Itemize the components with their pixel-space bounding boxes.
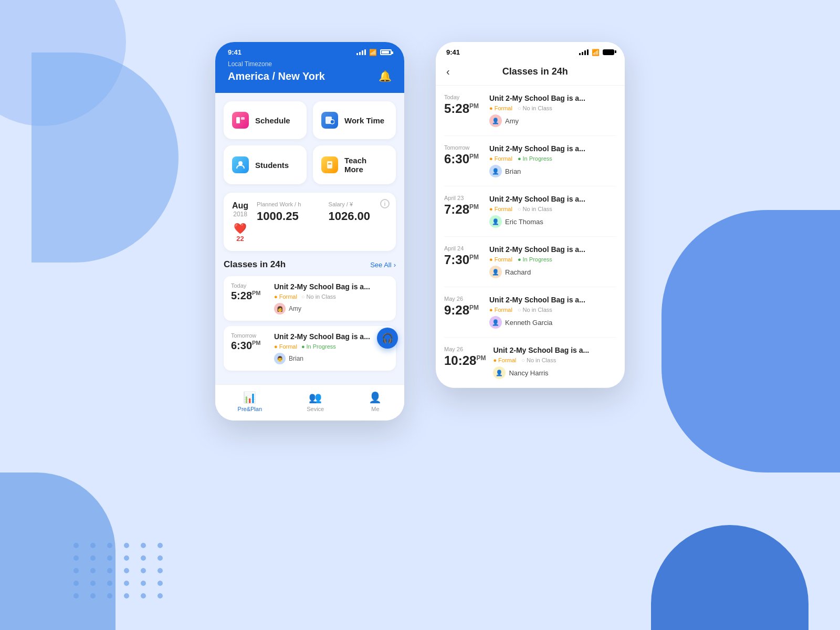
stats-numbers: Planned Work / h 1000.25 Salary / ¥ 1026… xyxy=(257,201,387,223)
heart-icon: ❤️ xyxy=(234,222,247,235)
teacher-name-right-0: Amy xyxy=(505,117,519,125)
class-item-right-2[interactable]: April 23 7:28PM Unit 2-My School Bag is … xyxy=(444,186,616,237)
class-info-0: Unit 2-My School Bag is a... Formal No i… xyxy=(274,282,388,314)
day-right-5: May 26 xyxy=(444,346,486,352)
day-right-4: May 26 xyxy=(444,296,482,302)
day-right-3: April 24 xyxy=(444,245,482,251)
teacher-right-1: 👤 Brian xyxy=(489,165,616,177)
avatar-right-4: 👤 xyxy=(489,316,502,329)
class-item-right-4[interactable]: May 26 9:28PM Unit 2-My School Bag is a.… xyxy=(444,287,616,338)
avatar-right-1: 👤 xyxy=(489,165,502,177)
status-icons-left: 📶 xyxy=(356,49,392,56)
info-right-4: Unit 2-My School Bag is a... ● Formal ○ … xyxy=(489,296,616,329)
time-right-0: 5:28PM xyxy=(444,101,482,116)
teacher-right-2: 👤 Eric Thomas xyxy=(489,215,616,228)
nav-label-service: Sevice xyxy=(307,406,324,412)
avatar-right-5: 👤 xyxy=(493,366,506,379)
class-item-right-0[interactable]: Today 5:28PM Unit 2-My School Bag is a..… xyxy=(444,86,616,136)
class-unit-1: Unit 2-My School Bag is a... xyxy=(274,332,388,341)
class-item-right-1[interactable]: Tomorrow 6:30PM Unit 2-My School Bag is … xyxy=(444,136,616,186)
schedule-label: Schedule xyxy=(255,116,290,125)
class-item-right-5[interactable]: May 26 10:28PM Unit 2-My School Bag is a… xyxy=(444,338,616,388)
wifi-icon-left: 📶 xyxy=(369,49,377,56)
nav-icon-pre-plan: 📊 xyxy=(243,391,256,404)
tags-right-0: ● Formal ○ No in Class xyxy=(489,105,616,111)
stat-work-value: 1000.25 xyxy=(257,209,316,223)
class-day-1: Tomorrow xyxy=(231,332,268,339)
tag-formal-right-2: ● Formal xyxy=(489,206,512,212)
menu-grid: Schedule Work Time xyxy=(224,101,396,184)
tag-no-class-right-2: ○ No in Class xyxy=(518,206,552,212)
svg-point-3 xyxy=(330,120,334,124)
battery-icon-right xyxy=(603,49,614,55)
info-icon[interactable]: i xyxy=(380,199,390,208)
stat-salary-value: 1026.00 xyxy=(329,209,387,223)
fab-headset[interactable]: 🎧 xyxy=(377,328,398,349)
svg-rect-6 xyxy=(328,163,331,164)
class-time-col-1: Tomorrow 6:30PM xyxy=(231,332,268,352)
teacher-name-right-5: Nancy Harris xyxy=(509,369,548,377)
stat-col-salary: Salary / ¥ 1026.00 xyxy=(329,201,387,223)
tags-right-5: ● Formal ○ No in Class xyxy=(493,357,616,363)
see-all-link[interactable]: See All › xyxy=(370,261,396,269)
unit-right-1: Unit 2-My School Bag is a... xyxy=(489,144,616,153)
phones-wrapper: 9:41 📶 Local Timezone America / Ne xyxy=(215,42,625,421)
unit-right-5: Unit 2-My School Bag is a... xyxy=(493,346,616,354)
back-button[interactable]: ‹ xyxy=(446,66,450,78)
bell-icon[interactable]: 🔔 xyxy=(379,70,392,82)
students-label: Students xyxy=(255,161,289,170)
info-right-0: Unit 2-My School Bag is a... ● Formal ○ … xyxy=(489,94,616,127)
menu-card-schedule[interactable]: Schedule xyxy=(224,101,307,139)
menu-card-teachmore[interactable]: Teach More xyxy=(313,145,396,184)
teacher-right-5: 👤 Nancy Harris xyxy=(493,366,616,379)
menu-card-worktime[interactable]: Work Time xyxy=(313,101,396,139)
signal-bar-3 xyxy=(362,50,363,55)
status-bar-left: 9:41 📶 xyxy=(228,42,392,60)
class-item-1[interactable]: Tomorrow 6:30PM Unit 2-My School Bag is … xyxy=(224,326,396,371)
time-col-right-1: Tomorrow 6:30PM xyxy=(444,144,482,177)
nav-item-service[interactable]: 👥 Sevice xyxy=(307,391,324,412)
class-unit-0: Unit 2-My School Bag is a... xyxy=(274,282,388,291)
info-right-5: Unit 2-My School Bag is a... ● Formal ○ … xyxy=(493,346,616,379)
nav-label-me: Me xyxy=(371,406,379,412)
info-right-2: Unit 2-My School Bag is a... ● Formal ○ … xyxy=(489,195,616,228)
avatar-right-0: 👤 xyxy=(489,114,502,127)
timezone-value: America / New York xyxy=(228,70,325,82)
tag-formal-right-3: ● Formal xyxy=(489,256,512,262)
tag-in-progress-right-3: ● In Progress xyxy=(518,256,552,262)
nav-icon-service: 👥 xyxy=(309,391,322,404)
classes-title: Classes in 24h xyxy=(224,259,286,270)
info-right-3: Unit 2-My School Bag is a... ● Formal ● … xyxy=(489,245,616,278)
unit-right-0: Unit 2-My School Bag is a... xyxy=(489,94,616,102)
phone-right: 9:41 📶 ‹ Classes in 24h xyxy=(436,42,625,388)
menu-card-students[interactable]: Students xyxy=(224,145,307,184)
unit-right-4: Unit 2-My School Bag is a... xyxy=(489,296,616,304)
nav-item-pre-plan[interactable]: 📊 Pre&Plan xyxy=(238,391,262,412)
class-day-0: Today xyxy=(231,282,268,289)
tag-formal-1: Formal xyxy=(274,343,297,350)
page-title-right: Classes in 24h xyxy=(456,66,614,77)
tag-in-progress-1: In Progress xyxy=(301,343,336,350)
teacher-avatar-1: 👨 xyxy=(274,353,286,364)
tag-formal-0: Formal xyxy=(274,293,297,300)
nav-item-me[interactable]: 👤 Me xyxy=(369,391,382,412)
day-right-1: Tomorrow xyxy=(444,144,482,151)
teacher-name-right-4: Kenneth Garcia xyxy=(505,319,552,327)
tag-no-class-0: No in Class xyxy=(301,293,336,300)
signal-bar-1 xyxy=(356,53,358,55)
teacher-name-right-2: Eric Thomas xyxy=(505,218,543,226)
tag-no-class-right-5: ○ No in Class xyxy=(521,357,556,363)
stats-card: i Aug 2018 ❤️ 22 Planned Work / h 1000. xyxy=(224,193,396,251)
phone-right-header: 9:41 📶 ‹ Classes in 24h xyxy=(436,42,625,86)
worktime-icon xyxy=(321,112,338,129)
unit-right-2: Unit 2-My School Bag is a... xyxy=(489,195,616,203)
svg-rect-1 xyxy=(241,117,245,120)
teacher-name-right-1: Brian xyxy=(505,167,521,175)
tag-formal-right-4: ● Formal xyxy=(489,307,512,313)
class-item-0[interactable]: Today 5:28PM Unit 2-My School Bag is a..… xyxy=(224,276,396,321)
teachmore-icon xyxy=(321,156,338,173)
class-item-right-3[interactable]: April 24 7:30PM Unit 2-My School Bag is … xyxy=(444,237,616,287)
class-tags-1: Formal In Progress xyxy=(274,343,388,350)
nav-header-right: ‹ Classes in 24h xyxy=(446,60,614,85)
tag-formal-right-5: ● Formal xyxy=(493,357,516,363)
